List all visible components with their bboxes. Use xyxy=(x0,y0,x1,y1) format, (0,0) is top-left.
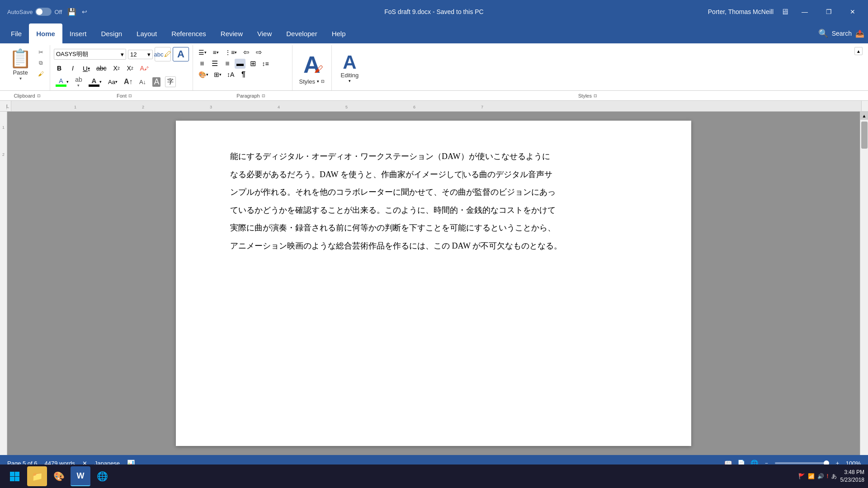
clipboard-label-cell: Clipboard ⊡ xyxy=(0,93,54,99)
shading-button[interactable]: 🎨▾ xyxy=(197,70,210,80)
menu-insert[interactable]: Insert xyxy=(62,23,94,43)
autosave-text: AutoSave xyxy=(7,9,33,15)
increase-font-button[interactable]: A↑ xyxy=(122,77,135,87)
doc-line-3[interactable]: ているかどうかを確認することが出来る。このように、時間的・金銭的なコストをかけて xyxy=(230,202,637,220)
highlight-dropdown[interactable]: ▾ xyxy=(66,80,69,84)
taskbar-word[interactable]: W xyxy=(71,466,90,486)
decrease-font-button[interactable]: A↓ xyxy=(137,77,148,87)
align-left-button[interactable]: ≡ xyxy=(197,59,208,69)
clear-formatting-button[interactable]: abc 🖊 xyxy=(155,47,171,61)
ruler-num-1: 1 xyxy=(2,125,5,130)
bold-button[interactable]: B xyxy=(54,63,65,73)
paste-label: Paste xyxy=(13,69,28,76)
copy-button[interactable]: ⧉ xyxy=(35,58,46,68)
ruler[interactable]: L 1 2 3 4 5 6 7 xyxy=(0,101,868,112)
font-color-a-button[interactable]: A ▾ xyxy=(87,76,104,88)
show-hide-button[interactable]: ¶ xyxy=(238,70,249,80)
borders-button[interactable]: ⊞▾ xyxy=(212,70,223,80)
underline-button[interactable]: U▾ xyxy=(81,63,92,73)
bullets-button[interactable]: ☰▾ xyxy=(197,47,208,57)
case-button[interactable]: Aa▾ xyxy=(106,77,119,87)
line-spacing-button[interactable]: ↕≡ xyxy=(260,59,271,69)
taskbar-file-explorer[interactable]: 📁 xyxy=(27,466,47,486)
text-highlight-button[interactable]: A ▾ xyxy=(54,76,71,88)
editing-dropdown-icon[interactable]: ▾ xyxy=(349,79,351,83)
quick-access-save-icon[interactable]: 💾 xyxy=(67,8,76,16)
scroll-thumb[interactable] xyxy=(861,122,868,149)
styles-label-expand-icon[interactable]: ⊡ xyxy=(594,94,597,98)
multilevel-list-button[interactable]: ⋮≡▾ xyxy=(223,47,239,57)
ruby-button[interactable]: 字 xyxy=(165,76,176,87)
sort-button[interactable]: ↕A xyxy=(225,70,236,80)
paste-button[interactable]: 📋 Paste ▾ xyxy=(7,47,33,82)
doc-area[interactable]: 能にするディジタル・オーディオ・ワークステーション（DAW）が使いこなせるように… xyxy=(7,112,860,455)
styles-expand-icon[interactable]: ⊡ xyxy=(321,79,325,84)
taskbar-chrome[interactable]: 🌐 xyxy=(92,466,112,486)
doc-line-2[interactable]: ンプルが作れる。それを他のコラボレーターに聞かせて、その曲が監督のビジョンにあっ xyxy=(230,183,637,202)
taskbar: 📁 🎨 W 🌐 🚩 📶 🔊 ! あ 3:48 PM 5/23/2018 xyxy=(0,465,868,488)
increase-indent-button[interactable]: ⇨ xyxy=(253,47,264,57)
styles-label: Styles xyxy=(299,78,315,85)
menu-references[interactable]: References xyxy=(164,23,213,43)
paste-dropdown-icon[interactable]: ▾ xyxy=(19,76,22,81)
menu-layout[interactable]: Layout xyxy=(129,23,164,43)
doc-line-0[interactable]: 能にするディジタル・オーディオ・ワークステーション（DAW）が使いこなせるように xyxy=(230,148,637,166)
highlight-button[interactable]: A🖍 xyxy=(138,63,151,73)
cut-button[interactable]: ✂ xyxy=(35,47,46,57)
start-button[interactable] xyxy=(4,465,25,487)
minimize-button[interactable]: — xyxy=(796,6,813,17)
doc-line-5[interactable]: アニメーション映画のような総合芸術作品を作るには、この DAW が不可欠なものと… xyxy=(230,237,637,255)
shaded-a-button[interactable]: A xyxy=(151,76,162,88)
title-bar-left: AutoSave Off 💾 ↩ xyxy=(7,8,188,16)
italic-button[interactable]: I xyxy=(67,63,78,73)
format-painter-button[interactable]: 🖌 xyxy=(35,69,46,79)
font-name-selector[interactable]: OASYS明朝 ▾ xyxy=(54,49,126,60)
strikethrough-button[interactable]: abc xyxy=(94,63,108,73)
font-color-button[interactable]: ab ▾ xyxy=(73,75,84,89)
paragraph-expand-icon[interactable]: ⊡ xyxy=(262,94,265,98)
autosave-toggle[interactable] xyxy=(35,8,52,16)
restore-button[interactable]: ❐ xyxy=(821,6,837,17)
doc-page[interactable]: 能にするディジタル・オーディオ・ワークステーション（DAW）が使いこなせるように… xyxy=(176,121,691,446)
menu-review[interactable]: Review xyxy=(213,23,250,43)
clipboard-expand-icon[interactable]: ⊡ xyxy=(37,94,41,98)
ruler-content[interactable]: 1 2 3 4 5 6 7 xyxy=(11,101,862,111)
scroll-up-button[interactable]: ▲ xyxy=(860,112,868,120)
font-size-selector[interactable]: 12 ▾ xyxy=(128,50,153,59)
close-button[interactable]: ✕ xyxy=(844,6,861,17)
doc-line-4[interactable]: 実際に曲が演奏・録音される前に何等かの判断を下すことを可能にするということから、 xyxy=(230,219,637,237)
collapse-ribbon-button[interactable]: ▲ xyxy=(854,47,863,55)
align-right-button[interactable]: ≡ xyxy=(222,59,233,69)
superscript-button[interactable]: X2 xyxy=(125,63,136,73)
styles-a-container: A 🖌 xyxy=(303,53,321,76)
share-button-icon[interactable]: 📤 xyxy=(855,29,864,38)
format-painter-icon: 🖌 xyxy=(38,70,44,77)
menu-file[interactable]: File xyxy=(4,23,29,43)
big-a-button[interactable]: A xyxy=(173,47,189,61)
justify-button[interactable]: ▬ xyxy=(235,59,245,69)
menu-developer[interactable]: Developer xyxy=(279,23,324,43)
subscript-button[interactable]: X2 xyxy=(111,63,122,73)
zoom-slider[interactable] xyxy=(775,462,829,464)
svg-rect-10 xyxy=(10,477,14,481)
font-color-dropdown[interactable]: ▾ xyxy=(99,80,102,84)
styles-dropdown-icon[interactable]: ▾ xyxy=(317,79,319,84)
editing-label: Editing xyxy=(341,72,359,79)
paste-icon: 📋 xyxy=(9,48,32,69)
decrease-indent-button[interactable]: ⇦ xyxy=(241,47,251,57)
undo-icon[interactable]: ↩ xyxy=(82,8,87,15)
doc-line-1[interactable]: なる必要があるだろう。DAW を使うと、作曲家がイメージしている曲のデジタル音声… xyxy=(230,166,637,184)
svg-text:6: 6 xyxy=(413,105,415,109)
font-expand-icon[interactable]: ⊡ xyxy=(128,94,132,98)
right-scrollbar[interactable]: ▲ xyxy=(860,112,868,455)
align-center-button[interactable]: ☰ xyxy=(209,58,220,69)
menu-help[interactable]: Help xyxy=(325,23,353,43)
menu-view[interactable]: View xyxy=(250,23,279,43)
two-column-button[interactable]: ⊞ xyxy=(247,58,258,69)
clock-time: 3:48 PM xyxy=(840,469,864,476)
menu-design[interactable]: Design xyxy=(94,23,129,43)
menu-home[interactable]: Home xyxy=(29,23,62,43)
numbering-button[interactable]: ≡▾ xyxy=(210,47,221,57)
taskbar-paint[interactable]: 🎨 xyxy=(49,466,69,486)
search-label[interactable]: Search xyxy=(832,30,852,37)
